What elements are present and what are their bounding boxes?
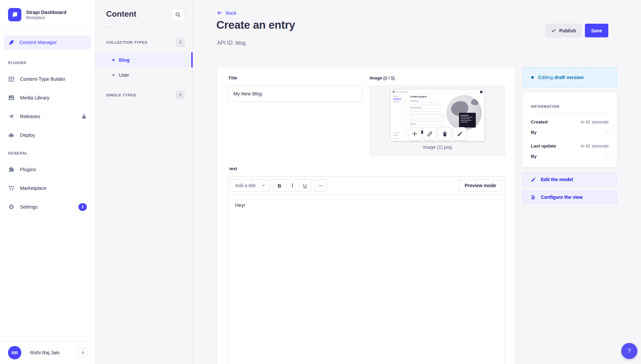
collapse-sidebar-button[interactable] xyxy=(78,348,87,357)
edit-asset-button[interactable] xyxy=(453,127,466,140)
sidebar-item-plugins[interactable]: Plugins xyxy=(4,165,91,174)
subnav-item-user[interactable]: User xyxy=(95,67,193,82)
brand-workspace: Workplace xyxy=(26,15,66,20)
list-layout-icon xyxy=(530,195,536,200)
add-asset-button[interactable] xyxy=(408,127,421,140)
sidebar-item-label: Media Library xyxy=(20,95,49,100)
content-type-builder-icon xyxy=(8,76,15,82)
page-title: Create an entry xyxy=(216,19,295,31)
strapi-logo-icon xyxy=(8,8,21,21)
sidebar-item-label: Content-Type Builder xyxy=(20,76,65,82)
information-title: INFORMATION xyxy=(531,104,609,108)
editor-content[interactable]: Hey! xyxy=(228,195,505,216)
content-subnav: Content COLLECTION TYPES 2 Blog User SIN… xyxy=(95,0,193,364)
title-input[interactable] xyxy=(228,86,363,102)
trash-icon xyxy=(442,131,448,137)
cloud-icon xyxy=(8,132,15,138)
sidebar-item-releases[interactable]: Releases xyxy=(4,112,91,121)
link-icon xyxy=(427,131,433,137)
pencil-icon xyxy=(457,131,463,137)
help-button[interactable]: ? xyxy=(621,343,637,359)
plus-icon xyxy=(411,130,418,137)
sidebar-item-label: Plugins xyxy=(20,167,36,172)
sidebar-item-media-library[interactable]: Media Library xyxy=(4,93,91,102)
subnav-item-blog[interactable]: Blog xyxy=(95,52,193,67)
brand-title: Strapi Dashboard xyxy=(26,9,66,15)
search-icon xyxy=(175,12,181,18)
search-button[interactable] xyxy=(171,8,185,21)
sidebar-item-label: Content Manager xyxy=(19,40,57,45)
thumbnail-tooltip xyxy=(459,113,476,127)
sidebar-item-content-manager[interactable]: Content Manager xyxy=(4,35,91,49)
collection-types-count-badge: 2 xyxy=(176,38,185,47)
status-dot-icon xyxy=(531,76,534,79)
feather-pen-icon xyxy=(8,39,15,46)
single-types-label: SINGLE TYPES xyxy=(106,93,136,97)
bold-button[interactable]: B xyxy=(273,180,286,191)
delete-asset-button[interactable] xyxy=(438,127,451,140)
user-name: Rishi Raj Jain xyxy=(30,350,70,355)
gear-icon xyxy=(8,204,15,210)
sidebar-section-plugins: PLUGINS xyxy=(8,61,87,65)
italic-button[interactable]: I xyxy=(286,180,298,191)
lock-icon xyxy=(81,114,87,119)
info-row-last-update: Last update in 41 seconds xyxy=(531,143,609,148)
subnav-divider xyxy=(106,27,114,27)
chevron-left-icon xyxy=(81,351,85,355)
image-field: Create project xyxy=(370,85,505,156)
sidebar-item-label: Settings xyxy=(20,204,37,210)
save-label: Save xyxy=(591,28,602,33)
sidebar-item-marketplace[interactable]: Marketplace xyxy=(4,184,91,193)
sidebar-item-deploy[interactable]: Deploy xyxy=(4,130,91,140)
sidebar-item-label: Marketplace xyxy=(20,186,46,191)
edit-model-label: Edit the model xyxy=(541,177,573,182)
bullet-dot-icon xyxy=(113,59,115,61)
entry-form-card: Title Image (1 / 1) Create project xyxy=(217,67,515,364)
save-button[interactable]: Save xyxy=(585,24,609,37)
sidebar-item-content-type-builder[interactable]: Content-Type Builder xyxy=(4,74,91,84)
type-item-label: User xyxy=(119,72,129,78)
image-filename: image (1).png xyxy=(370,144,505,150)
sidebar-footer: RR Rishi Raj Jain xyxy=(0,341,95,364)
media-library-icon xyxy=(8,94,15,101)
info-row-created: Created in 41 seconds xyxy=(531,119,609,124)
dropdown-label: Add a title xyxy=(235,183,256,188)
cart-icon xyxy=(8,185,15,192)
workspace-brand[interactable]: Strapi Dashboard Workplace xyxy=(0,0,95,29)
status-text: Editing draft version xyxy=(538,75,584,80)
image-field-label: Image (1 / 1) xyxy=(370,75,395,80)
puzzle-icon xyxy=(8,166,15,173)
edit-model-button[interactable]: Edit the model xyxy=(522,173,617,186)
thumbnail-sidebar xyxy=(391,94,406,141)
paper-plane-icon xyxy=(8,113,15,120)
collection-types-label: COLLECTION TYPES xyxy=(106,40,147,44)
type-item-label: Blog xyxy=(119,57,130,63)
info-row-created-by: By - xyxy=(531,130,609,135)
sidebar-item-settings[interactable]: Settings 1 xyxy=(4,202,91,212)
configure-view-button[interactable]: Configure the view xyxy=(522,191,617,204)
text-field-label: text xyxy=(229,166,237,171)
check-icon xyxy=(551,28,556,33)
draft-status-banner: Editing draft version xyxy=(522,67,617,87)
publish-button[interactable]: Publish xyxy=(546,24,582,37)
title-style-dropdown[interactable]: Add a title xyxy=(231,179,270,192)
underline-button[interactable]: U xyxy=(298,180,311,191)
format-button-group: B I U xyxy=(273,179,311,192)
preview-mode-button[interactable]: Preview mode xyxy=(459,179,502,192)
pencil-icon xyxy=(530,177,536,183)
richtext-editor: Add a title B I U ... Preview mode Hey! xyxy=(228,176,505,364)
back-link[interactable]: Back xyxy=(217,10,236,16)
copy-link-button[interactable] xyxy=(423,127,436,140)
back-label: Back xyxy=(226,10,236,16)
information-card: INFORMATION Created in 41 seconds By - L… xyxy=(522,92,617,167)
user-avatar[interactable]: RR xyxy=(8,346,21,359)
sidebar-section-general: GENERAL xyxy=(8,151,87,155)
editor-toolbar: Add a title B I U ... Preview mode xyxy=(228,177,505,195)
back-arrow-icon xyxy=(217,10,223,16)
sidebar-item-label: Deploy xyxy=(20,132,35,138)
bullet-dot-icon xyxy=(113,74,115,76)
information-divider xyxy=(531,114,609,114)
thumbnail-title: Create project xyxy=(410,95,427,98)
thumbnail-topbar xyxy=(391,90,484,94)
more-formats-button[interactable]: ... xyxy=(314,179,327,192)
